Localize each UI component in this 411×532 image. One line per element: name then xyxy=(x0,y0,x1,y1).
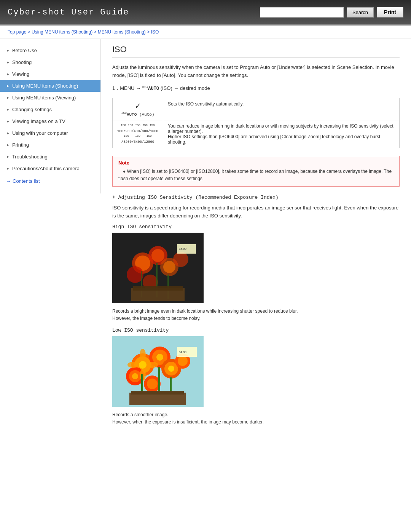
iso-table: ✓ ISOAUTO (Auto) Sets the ISO sensitivit… xyxy=(112,98,400,148)
sidebar-label: Viewing xyxy=(12,71,29,77)
low-iso-svg: $4.99 xyxy=(112,336,204,407)
arrow-icon: ► xyxy=(6,72,10,76)
table-cell-desc: Sets the ISO sensitivity automatically. xyxy=(163,98,400,120)
breadcrumb-bar: Top page > Using MENU items (Shooting) >… xyxy=(0,26,411,39)
arrow-icon: ► xyxy=(6,84,10,88)
sidebar-item-viewing-tv[interactable]: ► Viewing images on a TV xyxy=(0,115,100,127)
sidebar-label: Before Use xyxy=(12,48,37,53)
page-header: Cyber-shot User Guide Search Print xyxy=(0,0,411,26)
search-input[interactable] xyxy=(260,7,344,18)
sidebar-label: Using with your computer xyxy=(12,130,68,136)
low-iso-caption: Records a smoother image. However, when … xyxy=(112,411,400,426)
svg-point-26 xyxy=(156,354,163,361)
high-iso-caption: Records a bright image even in dark loca… xyxy=(112,308,400,322)
svg-point-39 xyxy=(127,362,139,368)
svg-rect-47 xyxy=(131,391,184,395)
sidebar-item-using-menu-viewing[interactable]: ► Using MENU items (Viewing) xyxy=(0,92,100,104)
main-content: ISO Adjusts the luminous sensitivity whe… xyxy=(101,39,411,443)
main-layout: ► Before Use ► Shooting ► Viewing ► Usin… xyxy=(0,39,411,443)
svg-rect-18 xyxy=(133,286,183,291)
svg-point-29 xyxy=(132,373,138,379)
sidebar-item-printing[interactable]: ► Printing xyxy=(0,139,100,151)
svg-point-5 xyxy=(151,249,164,262)
contents-list-link[interactable]: → Contents list xyxy=(0,174,100,188)
low-iso-label: Low ISO sensitivity xyxy=(112,328,400,333)
tip-title-text: Adjusting ISO Sensitivity (Recommended E… xyxy=(118,195,279,200)
arrow-icon: ► xyxy=(6,107,10,112)
svg-point-32 xyxy=(168,366,174,372)
table-cell-icon: ✓ ISOAUTO (Auto) xyxy=(113,98,163,120)
arrow-icon: ► xyxy=(6,131,10,135)
table-row: ✓ ISOAUTO (Auto) Sets the ISO sensitivit… xyxy=(113,98,400,120)
link-arrow-icon: → xyxy=(6,178,11,184)
table-row: ISO ISO ISO ISO ISO 100/200/400/800/1600… xyxy=(113,120,400,148)
svg-text:$4.99: $4.99 xyxy=(179,350,187,354)
svg-point-36 xyxy=(178,356,188,366)
sidebar-label: Troubleshooting xyxy=(12,154,48,160)
note-body: When [ISO] is set to [ISO6400] or [ISO12… xyxy=(118,169,392,181)
sidebar-item-viewing[interactable]: ► Viewing xyxy=(0,68,100,80)
sidebar-label: Precautions/About this camera xyxy=(12,166,80,171)
arrow-icon: ► xyxy=(6,166,10,171)
high-iso-image: $4.99 xyxy=(112,233,204,303)
tip-icon: ☀ xyxy=(112,195,115,200)
arrow-icon: ► xyxy=(6,48,10,53)
intro-paragraph: Adjusts the luminous sensitivity when th… xyxy=(112,64,400,80)
arrow-icon: ► xyxy=(6,96,10,100)
page-title: ISO xyxy=(112,45,400,58)
sidebar-label: Changing settings xyxy=(12,107,52,112)
breadcrumb-top[interactable]: Top page xyxy=(8,29,26,35)
breadcrumb-menu-items[interactable]: MENU items (Shooting) xyxy=(98,29,146,35)
menu-instruction: 1．MENU → ISOAUTO (ISO) → desired mode xyxy=(112,85,400,92)
iso-numbers-text: ISO ISO ISO ISO ISO 100/200/400/800/1600… xyxy=(117,123,158,145)
svg-point-8 xyxy=(163,261,175,273)
breadcrumb-iso[interactable]: ISO xyxy=(151,29,159,35)
svg-point-37 xyxy=(140,349,146,360)
header-controls: Search Print xyxy=(260,7,403,18)
sidebar-item-troubleshooting[interactable]: ► Troubleshooting xyxy=(0,151,100,163)
high-iso-label: High ISO sensitivity xyxy=(112,224,400,230)
sidebar-item-computer[interactable]: ► Using with your computer xyxy=(0,127,100,139)
low-iso-image: $4.99 xyxy=(112,336,204,407)
breadcrumb-using-menu[interactable]: Using MENU items (Shooting) xyxy=(32,29,92,35)
arrow-icon: ► xyxy=(6,119,10,123)
sidebar-item-before-use[interactable]: ► Before Use xyxy=(0,45,100,56)
sidebar-label: Using MENU items (Shooting) xyxy=(12,83,78,89)
svg-text:$4.99: $4.99 xyxy=(179,247,187,251)
auto-label: ISOAUTO (Auto) xyxy=(117,111,158,117)
search-button[interactable]: Search xyxy=(347,7,374,18)
sidebar-item-shooting[interactable]: ► Shooting xyxy=(0,56,100,68)
sidebar: ► Before Use ► Shooting ► Viewing ► Usin… xyxy=(0,39,101,193)
check-mark: ✓ xyxy=(117,101,158,110)
svg-point-34 xyxy=(147,379,158,389)
app-title: Cyber-shot User Guide xyxy=(8,8,129,17)
table-cell-iso-numbers: ISO ISO ISO ISO ISO 100/200/400/800/1600… xyxy=(113,120,163,148)
sidebar-label: Viewing images on a TV xyxy=(12,118,65,124)
contents-list-label: Contents list xyxy=(13,178,40,184)
svg-point-23 xyxy=(139,361,147,369)
sidebar-item-changing-settings[interactable]: ► Changing settings xyxy=(0,104,100,115)
print-button[interactable]: Print xyxy=(377,7,403,18)
high-iso-svg: $4.99 xyxy=(112,233,204,303)
sidebar-label: Printing xyxy=(12,142,29,148)
sidebar-label: Using MENU items (Viewing) xyxy=(12,95,76,101)
tip-intro: ISO sensitivity is a speed rating for re… xyxy=(112,204,400,220)
tip-title: ☀ Adjusting ISO Sensitivity (Recommended… xyxy=(112,194,400,200)
sidebar-label: Shooting xyxy=(12,59,32,65)
note-text: ● When [ISO] is set to [ISO6400] or [ISO… xyxy=(118,168,393,182)
note-box: Note ● When [ISO] is set to [ISO6400] or… xyxy=(112,156,400,187)
tip-section: ☀ Adjusting ISO Sensitivity (Recommended… xyxy=(112,194,400,426)
arrow-icon: ► xyxy=(6,143,10,147)
arrow-icon: ► xyxy=(6,60,10,64)
arrow-icon: ► xyxy=(6,155,10,159)
sidebar-item-using-menu-shooting[interactable]: ► Using MENU items (Shooting) xyxy=(0,80,100,92)
sidebar-item-precautions[interactable]: ► Precautions/About this camera xyxy=(0,163,100,174)
table-cell-desc2: You can reduce image blurring in dark lo… xyxy=(163,120,400,148)
svg-point-40 xyxy=(147,362,158,368)
svg-point-10 xyxy=(173,252,188,267)
breadcrumb: Top page > Using MENU items (Shooting) >… xyxy=(0,26,411,39)
note-title: Note xyxy=(118,160,393,166)
